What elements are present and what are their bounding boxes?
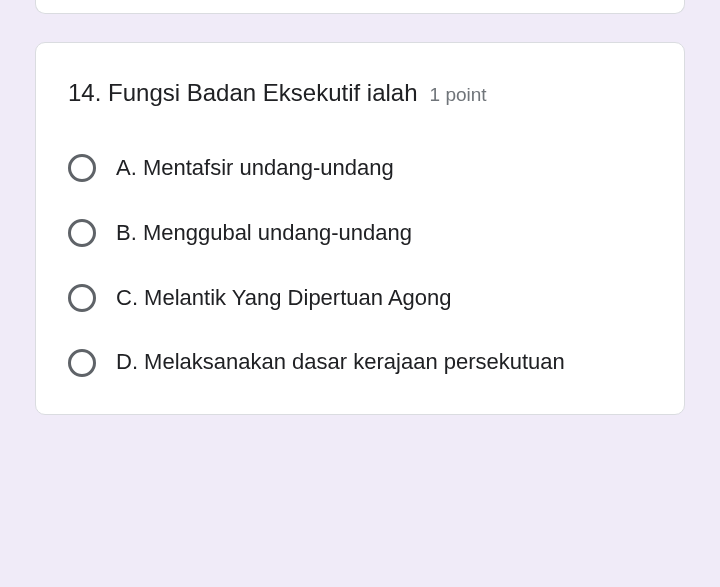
question-card: 14. Fungsi Badan Eksekutif ialah 1 point…	[35, 42, 685, 415]
option-c[interactable]: C. Melantik Yang Dipertuan Agong	[68, 283, 652, 314]
options-group: A. Mentafsir undang-undang B. Menggubal …	[68, 153, 652, 378]
option-d[interactable]: D. Melaksanakan dasar kerajaan persekutu…	[68, 347, 652, 378]
radio-icon	[68, 349, 96, 377]
radio-icon	[68, 154, 96, 182]
radio-icon	[68, 219, 96, 247]
question-title: 14. Fungsi Badan Eksekutif ialah	[68, 75, 418, 111]
question-header: 14. Fungsi Badan Eksekutif ialah 1 point	[68, 75, 652, 111]
option-a[interactable]: A. Mentafsir undang-undang	[68, 153, 652, 184]
question-points: 1 point	[430, 84, 487, 106]
radio-icon	[68, 284, 96, 312]
option-label: B. Menggubal undang-undang	[116, 218, 652, 249]
option-label: D. Melaksanakan dasar kerajaan persekutu…	[116, 347, 652, 378]
previous-card-edge	[35, 0, 685, 14]
option-b[interactable]: B. Menggubal undang-undang	[68, 218, 652, 249]
option-label: C. Melantik Yang Dipertuan Agong	[116, 283, 652, 314]
option-label: A. Mentafsir undang-undang	[116, 153, 652, 184]
